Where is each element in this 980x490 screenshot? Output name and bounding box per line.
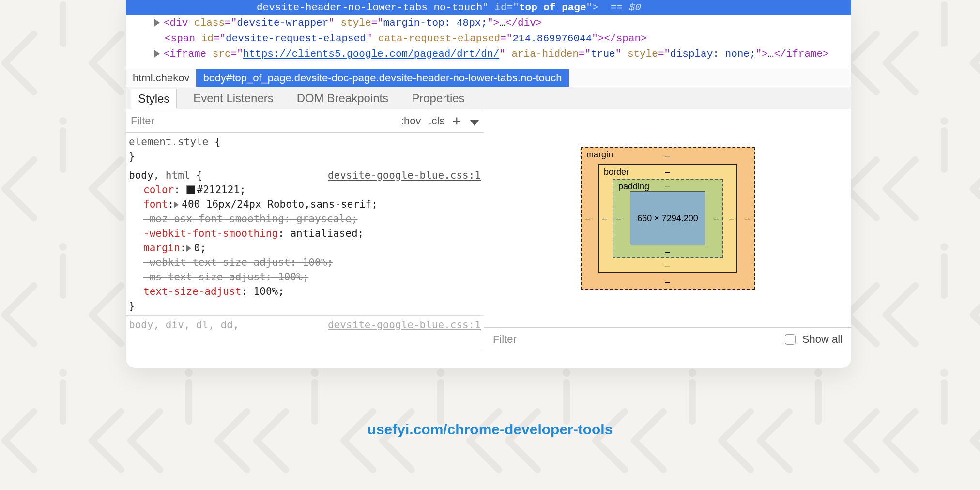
computed-pane: margin – – – – border – – – – padding: [484, 109, 851, 351]
box-label-border: border: [604, 167, 629, 177]
box-dash: –: [665, 260, 670, 271]
box-dash: –: [616, 214, 621, 224]
tag-name: span: [171, 33, 195, 44]
css-prop: text-size-adjust: [143, 286, 241, 297]
css-prop: margin: [143, 242, 180, 254]
dom-node-span[interactable]: <span id="devsite-request-elapsed" data-…: [126, 31, 851, 46]
css-prop: font: [143, 199, 168, 210]
rule-next-peek[interactable]: devsite-google-blue.css:1 body, div, dl,…: [126, 316, 484, 334]
rule-source-link[interactable]: devsite-google-blue.css:1: [328, 168, 481, 183]
caption-link[interactable]: usefyi.com/chrome-developer-tools: [0, 421, 980, 438]
tag-name: div: [170, 17, 188, 29]
show-all-checkbox[interactable]: [785, 334, 796, 345]
dom-tree[interactable]: devsite-header-no-lower-tabs no-touch" i…: [126, 0, 851, 69]
styles-tab-bar: Styles Event Listeners DOM Breakpoints P…: [126, 87, 851, 109]
css-declaration-inactive: -ms-text-size-adjust: 100%;: [143, 271, 308, 283]
rule-selector: body, div, dl, dd,: [129, 319, 239, 331]
expand-arrow-icon[interactable]: [154, 19, 160, 27]
iframe-src-link[interactable]: https://clients5.google.com/pagead/drt/d…: [243, 48, 499, 60]
box-dash: –: [665, 181, 670, 191]
styles-pane: Filter :hov .cls + element.style { } dev…: [126, 109, 484, 351]
css-value: 0: [194, 242, 200, 254]
dom-node-selected[interactable]: devsite-header-no-lower-tabs no-touch" i…: [126, 0, 851, 15]
tab-properties[interactable]: Properties: [405, 89, 471, 108]
computed-filter-row: Filter Show all: [484, 327, 851, 351]
expand-arrow-icon[interactable]: [154, 50, 160, 58]
css-prop: -webkit-font-smoothing: [143, 228, 278, 239]
show-all-label: Show all: [802, 333, 842, 346]
tab-event-listeners[interactable]: Event Listeners: [186, 89, 280, 108]
cls-toggle[interactable]: .cls: [429, 115, 444, 127]
color-swatch-icon[interactable]: [186, 185, 195, 194]
console-ref: == $0: [611, 2, 641, 13]
box-dash: –: [585, 214, 590, 224]
css-rules-list[interactable]: element.style { } devsite-google-blue.cs…: [126, 133, 484, 351]
dom-node-iframe[interactable]: <iframe src="https://clients5.google.com…: [126, 46, 851, 62]
breadcrumb: html.chekov body#top_of_page.devsite-doc…: [126, 69, 851, 87]
rule-selector: element.style: [129, 136, 208, 148]
new-style-rule-button[interactable]: +: [452, 113, 461, 129]
tab-styles[interactable]: Styles: [131, 89, 177, 109]
filter-input[interactable]: Filter: [131, 115, 154, 127]
css-value: 400 16px/24px Roboto,sans-serif: [182, 199, 371, 210]
box-dash: –: [665, 151, 670, 161]
css-declaration-inactive: -webkit-text-size-adjust: 100%;: [143, 257, 333, 268]
breadcrumb-body[interactable]: body#top_of_page.devsite-doc-page.devsit…: [196, 69, 568, 87]
expand-shorthand-icon[interactable]: [186, 245, 191, 252]
rule-source-link: devsite-google-blue.css:1: [328, 318, 481, 332]
box-label-margin: margin: [586, 150, 613, 160]
box-content-size: 660 × 7294.200: [630, 191, 705, 245]
css-declaration-inactive: -moz-osx-font-smoothing: grayscale;: [143, 213, 358, 225]
computed-filter-input[interactable]: Filter: [493, 333, 517, 346]
attr-value-id: top_of_page: [519, 2, 586, 13]
hov-toggle[interactable]: :hov: [401, 115, 421, 127]
rule-element-style[interactable]: element.style { }: [126, 133, 484, 166]
css-prop: color: [143, 184, 174, 196]
attr-name-id: id: [495, 2, 507, 13]
box-dash: –: [665, 277, 670, 287]
dropdown-arrow-icon[interactable]: [470, 120, 479, 126]
box-dash: –: [602, 214, 607, 224]
dom-node-div[interactable]: <div class="devsite-wrapper" style="marg…: [126, 15, 851, 31]
tab-dom-breakpoints[interactable]: DOM Breakpoints: [290, 89, 395, 108]
devtools-window: devsite-header-no-lower-tabs no-touch" i…: [126, 0, 851, 368]
box-label-padding: padding: [618, 182, 649, 192]
box-dash: –: [714, 214, 719, 224]
css-value: 100%: [254, 286, 278, 297]
breadcrumb-html[interactable]: html.chekov: [126, 69, 196, 87]
tag-name: iframe: [170, 48, 207, 60]
css-value: antialiased: [290, 228, 357, 239]
box-dash: –: [665, 247, 670, 257]
class-value-fragment: devsite-header-no-lower-tabs no-touch: [257, 2, 482, 13]
expand-shorthand-icon[interactable]: [174, 201, 179, 208]
box-dash: –: [665, 167, 670, 177]
box-model[interactable]: margin – – – – border – – – – padding: [484, 109, 851, 327]
box-dash: –: [745, 214, 750, 224]
styles-filter-row: Filter :hov .cls +: [126, 109, 484, 133]
css-value: #212121: [197, 184, 240, 196]
rule-body-html[interactable]: devsite-google-blue.css:1 body, html { c…: [126, 166, 484, 316]
box-dash: –: [729, 214, 734, 224]
